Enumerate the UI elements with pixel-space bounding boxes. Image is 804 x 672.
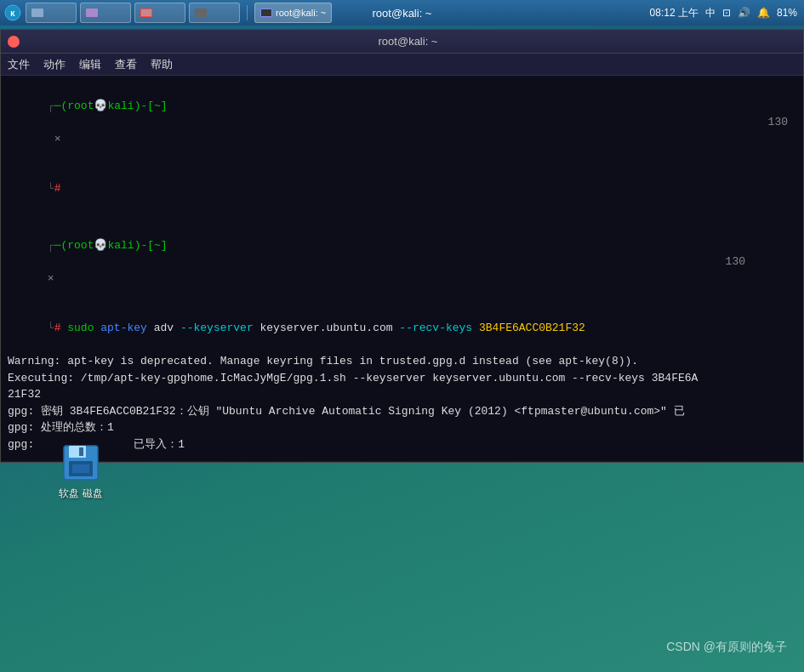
svg-rect-6	[79, 447, 83, 456]
term-line-cmd1: └# sudo apt-key adv --keyserver keyserve…	[8, 304, 796, 354]
line-number-1: 130	[768, 114, 788, 131]
terminal-title: root@kali: ~	[20, 35, 796, 48]
battery-label: 81%	[777, 7, 797, 19]
menu-edit[interactable]: 编辑	[79, 57, 101, 72]
taskbar: K root@kali: ~ root@kali: ~ 08:12 上午 中 ⊡	[0, 0, 804, 26]
taskbar-btn-3[interactable]	[134, 3, 185, 23]
taskbar-terminal-btn[interactable]: root@kali: ~	[254, 3, 332, 23]
term-line-cmd0: └#	[8, 164, 796, 214]
hash-prompt-1: #	[54, 182, 68, 195]
hash-prompt-2: #	[54, 322, 68, 334]
taskbar-title: root@kali: ~	[373, 7, 432, 20]
taskbar-ime: 中	[705, 6, 716, 20]
cross-icon-2: ×	[48, 272, 54, 285]
term-line-gpg2: gpg: 处理的总数：1	[8, 419, 796, 436]
taskbar-btn-2[interactable]	[80, 3, 131, 23]
line-number-2: 130	[726, 253, 745, 271]
menu-file[interactable]: 文件	[8, 57, 30, 72]
prompt1-text: ─(root💀kali)-[~]	[54, 100, 168, 112]
watermark: CSDN @有原则的兔子	[666, 640, 787, 655]
floppy-label: 软盘 磁盘	[59, 487, 102, 501]
terminal-controls	[8, 36, 20, 48]
network-icon: ⊡	[722, 7, 731, 19]
term-line-gpg1: gpg: 密钥 3B4FE6ACC0B21F32：公钥 "Ubuntu Arch…	[8, 403, 796, 420]
taskbar-time: 08:12 上午	[650, 6, 699, 20]
menu-view[interactable]: 查看	[115, 57, 137, 72]
cmd1-aptkey: apt-key	[100, 322, 147, 334]
cmd1-url: keyserver.ubuntu.com	[254, 322, 400, 334]
term-line-prompt3: ┌─(root💀kali)-[~]	[8, 456, 796, 461]
taskbar-app-label: root@kali: ~	[276, 8, 326, 18]
prompt2-text: ─(root💀kali)-[~]	[54, 239, 168, 252]
cmd1-key: 3B4FE6ACC0B21F32	[472, 322, 585, 334]
terminal-content[interactable]: ┌─(root💀kali)-[~] 130 × └# ┌─(root💀kali)…	[1, 76, 803, 461]
terminal-window: root@kali: ~ 文件 动作 编辑 查看 帮助 ┌─(root💀kali…	[0, 29, 804, 463]
taskbar-btn-4[interactable]	[189, 3, 240, 23]
term-line-gpg3: gpg: 已导入：1	[8, 436, 796, 453]
notification-icon: 🔔	[757, 7, 770, 19]
svg-text:K: K	[10, 10, 15, 19]
term-line-warning: Warning: apt-key is deprecated. Manage k…	[8, 353, 796, 370]
cmd1-recvkeys: --recv-keys	[399, 322, 472, 334]
term-line-exec: Executing: /tmp/apt-key-gpghome.IcMacJyM…	[8, 370, 796, 387]
term-line-prompt1: ┌─(root💀kali)-[~] 130 ×	[8, 81, 796, 164]
terminal-titlebar: root@kali: ~	[1, 30, 803, 54]
cmd1-rest: adv	[147, 322, 180, 334]
cmd1-sudo: sudo	[67, 322, 94, 334]
taskbar-btn-1[interactable]	[26, 3, 77, 23]
term-line-key: 21F32	[8, 386, 796, 403]
close-button[interactable]	[8, 36, 20, 48]
taskbar-right: 08:12 上午 中 ⊡ 🔊 🔔 81%	[650, 6, 804, 20]
taskbar-left: K root@kali: ~	[0, 3, 332, 23]
taskbar-title-text: root@kali: ~	[373, 7, 432, 20]
kali-logo-icon[interactable]: K	[3, 3, 22, 22]
floppy-disk-icon	[60, 442, 101, 483]
cross-icon-1: ×	[54, 133, 61, 145]
desktop-icon-floppy[interactable]: 软盘 磁盘	[51, 442, 111, 501]
svg-rect-5	[72, 464, 89, 473]
menu-action[interactable]: 动作	[43, 57, 66, 72]
term-line-prompt2: ┌─(root💀kali)-[~] 130 ×	[8, 220, 796, 304]
menu-bar: 文件 动作 编辑 查看 帮助	[1, 54, 803, 76]
cmd1-keyserver-flag: --keyserver	[180, 322, 254, 334]
menu-help[interactable]: 帮助	[151, 57, 173, 72]
sound-icon: 🔊	[738, 7, 750, 19]
